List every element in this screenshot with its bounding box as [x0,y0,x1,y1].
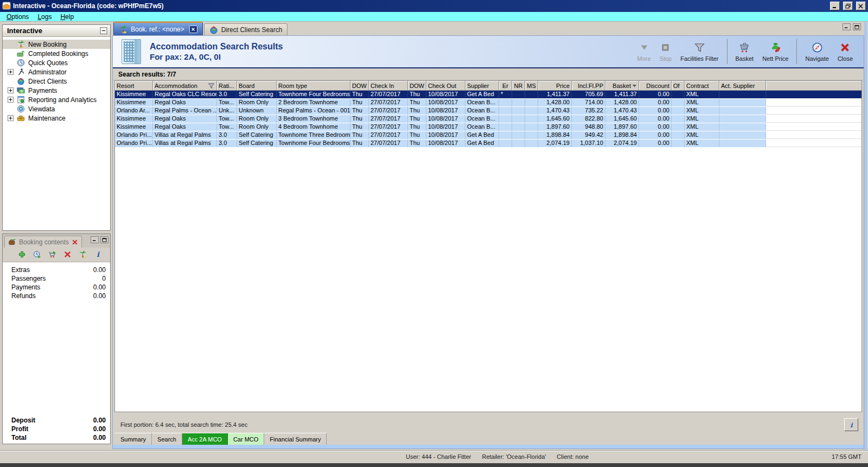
column-header-supplier[interactable]: Supplier [465,81,499,91]
menu-item-options[interactable]: Options [2,12,33,21]
cell-check-out: 10/08/2017 [426,99,465,106]
cell-board: Self Catering [237,131,277,139]
filter-icon[interactable] [208,83,215,89]
menu-item-help[interactable]: Help [56,12,78,21]
column-header-resort[interactable]: Resort [115,81,153,91]
column-header-rati[interactable]: Rati... [217,81,237,91]
nett-price-button[interactable]: Nett Price [758,40,793,64]
facilities-filter-button[interactable]: Facilities Filter [676,40,723,64]
column-header-label: Basket [612,83,631,89]
cell-incl-fl-pp: 1,037.10 [572,140,605,147]
result-row[interactable]: KissimmeeRegal Oaks CLC Resort3.0Self Ca… [115,91,861,99]
cell-nr [512,131,525,139]
column-header-er[interactable]: Er [499,81,512,91]
expand-plus-icon[interactable] [8,69,14,75]
add-icon [18,250,26,258]
sidebar-item-new-booking[interactable]: New Booking [3,40,110,49]
booking-row-passengers: Passengers0 [3,274,110,283]
sidebar-item-payments[interactable]: $Payments [3,86,110,95]
tab-close-button[interactable] [189,26,197,33]
globe-icon [17,77,25,85]
column-header-price[interactable]: Price [538,81,572,91]
bottom-tab-acc-2a-mco[interactable]: Acc 2A MCO [182,433,228,445]
column-header-room-type[interactable]: Room type [277,81,350,91]
info-button[interactable]: i [844,418,858,431]
minimize-button[interactable] [830,2,840,10]
column-header-basket[interactable]: Basket [605,81,639,91]
result-row[interactable]: KissimmeeRegal OaksTow...Room Only2 Bedr… [115,99,861,107]
collapse-panel-icon[interactable] [100,27,107,34]
column-header-accommodation[interactable]: Accommodation [153,81,217,91]
result-row[interactable]: Orlando Ar...Regal Palms - Ocean ...Unk.… [115,107,861,115]
close-button[interactable] [856,2,866,10]
cell-dow: Thu [350,99,369,106]
booking-panel-minimize-button[interactable] [91,236,99,243]
panel-maximize-button[interactable] [853,23,861,30]
delete-button[interactable] [63,250,72,259]
add-button[interactable] [18,250,27,259]
expand-plus-icon[interactable] [8,87,14,93]
cell-er [499,123,512,131]
bottom-tab-car-mco[interactable]: Car MCO [228,433,264,445]
menu-item-logs[interactable]: Logs [33,12,56,21]
tab-booking-contents[interactable]: Booking contents [4,236,82,248]
expand-plus-icon[interactable] [8,97,14,103]
page-title: Accommodation Search Results [150,41,283,52]
booking-contents-close-icon[interactable] [72,239,78,245]
result-row[interactable]: KissimmeeRegal OaksTow...Room Only3 Bedr… [115,115,861,123]
column-header-check-in[interactable]: Check In [369,81,408,91]
palm-button[interactable] [79,250,87,259]
status-client: Client: none [557,453,589,460]
cell-rati: Unk... [217,107,237,115]
column-header-discount[interactable]: Discount [639,81,672,91]
expand-plus-icon[interactable] [8,115,14,121]
cell-of [672,123,685,131]
navigate-button[interactable]: Navigate [801,40,833,64]
column-header-filler [766,81,861,91]
cell-resort: Kissimmee [115,91,153,98]
column-header-ms[interactable]: MS [525,81,538,91]
info-button[interactable]: i [94,250,103,259]
cell-supplier: Get A Bed [465,91,499,98]
bottom-tab-search[interactable]: Search [152,433,182,445]
booking-panel-maximize-button[interactable] [100,236,108,243]
sidebar-item-completed-bookings[interactable]: Completed Bookings [3,49,110,58]
column-header-board[interactable]: Board [237,81,277,91]
sidebar-item-administrator[interactable]: Administrator [3,67,110,77]
quote-button[interactable] [33,250,42,259]
column-header-dow[interactable]: DOW [350,81,369,91]
sidebar-item-direct-clients[interactable]: Direct Clients [3,77,110,86]
sidebar-item-viewdata[interactable]: Viewdata [3,104,110,113]
bottom-tab-financial-summary[interactable]: Financial Summary [264,433,327,445]
column-header-label: Incl.Fl.PP [578,83,603,89]
to-basket-button[interactable] [48,250,57,259]
booking-row-value: 0.00 [93,266,106,274]
result-row[interactable]: KissimmeeRegal OaksTow...Room Only4 Bedr… [115,123,861,131]
sidebar-item-reporting-and-analytics[interactable]: Reporting and Analytics [3,95,110,104]
column-header-nr[interactable]: NR [512,81,525,91]
column-header-incl-fl-pp[interactable]: Incl.Fl.PP [572,81,605,91]
column-header-dow[interactable]: DOW [408,81,426,91]
info-icon: i [94,250,102,258]
cell-room-type: Townhome Four Bedrooms [277,140,350,147]
sidebar-item-quick-quotes[interactable]: Quick Quotes [3,58,110,67]
column-header-contract[interactable]: Contract [685,81,719,91]
column-header-act-supplier[interactable]: Act. Supplier [719,81,766,91]
tab-book-ref-none[interactable]: Book. ref.: <none> [113,22,203,35]
close-button[interactable]: Close [833,40,857,64]
panel-minimize-button[interactable] [843,23,851,30]
bottom-tab-summary[interactable]: Summary [115,433,152,445]
basket-button[interactable]: Basket [731,40,758,64]
column-header-check-out[interactable]: Check Out [426,81,465,91]
result-row[interactable]: Orlando Pri...Villas at Regal Palms3.0Se… [115,131,861,140]
result-row[interactable]: Orlando Pri...Villas at Regal Palms3.0Se… [115,140,861,148]
restore-button[interactable] [843,2,853,10]
column-header-of[interactable]: Of [672,81,685,91]
quote-icon [33,250,41,258]
more-icon [639,42,650,53]
sidebar-item-maintenance[interactable]: Maintenance [3,113,110,123]
cell-rati: Tow... [217,115,237,123]
cell-accommodation: Regal Oaks CLC Resort [153,91,217,98]
booking-row-value: 0.00 [93,292,106,300]
tab-direct-clients-search[interactable]: Direct Clients Search [204,23,288,35]
